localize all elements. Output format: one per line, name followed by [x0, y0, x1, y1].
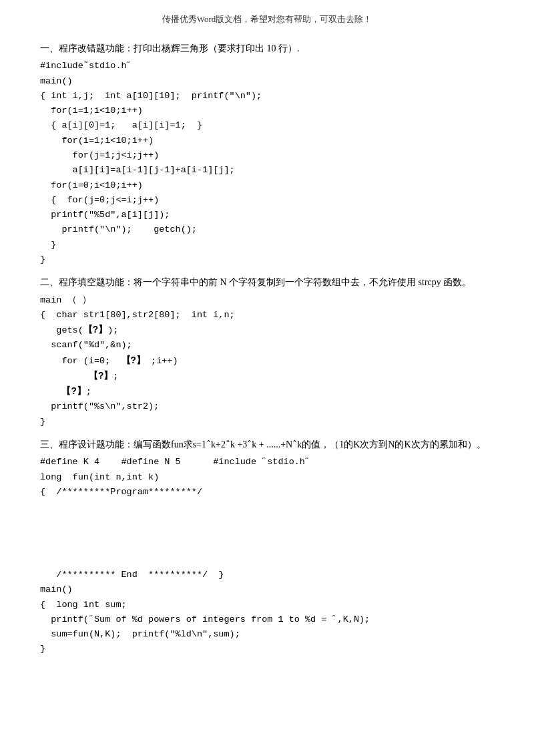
section-3-code-end: /********** End **********/ } main() { l…	[40, 568, 494, 657]
blank-area	[40, 508, 494, 568]
section-3-code-start: #define K 4 #define N 5 #include ˝stdio.…	[40, 455, 494, 500]
header-bar: 传播优秀Word版文档，希望对您有帮助，可双击去除！	[40, 13, 494, 28]
section-2-code: main （ ） { char str1[80],str2[80]; int i…	[40, 293, 494, 429]
section-1-title: 一、程序改错题功能：打印出杨辉三角形（要求打印出 10 行）.	[40, 41, 494, 56]
section-1: 一、程序改错题功能：打印出杨辉三角形（要求打印出 10 行）. #include…	[40, 41, 494, 267]
section-3-title: 三、程序设计题功能：编写函数fun求s=1˄k+2˄k +3˄k + .....…	[40, 437, 494, 452]
section-3-end: /********** End **********/ } main() { l…	[40, 568, 494, 657]
header-text: 传播优秀Word版文档，希望对您有帮助，可双击去除！	[162, 14, 372, 24]
section-1-code: #include˜stdio.h˝ main() { int i,j; int …	[40, 59, 494, 267]
section-3: 三、程序设计题功能：编写函数fun求s=1˄k+2˄k +3˄k + .....…	[40, 437, 494, 500]
section-2-title: 二、程序填空题功能：将一个字符串中的前 N 个字符复制到一个字符数组中去，不允许…	[40, 275, 494, 290]
section-2: 二、程序填空题功能：将一个字符串中的前 N 个字符复制到一个字符数组中去，不允许…	[40, 275, 494, 429]
